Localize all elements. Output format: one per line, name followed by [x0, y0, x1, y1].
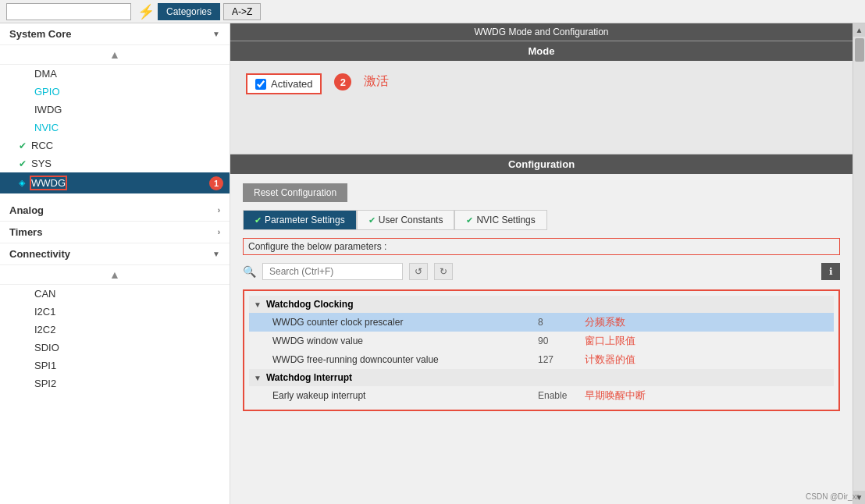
activated-label: Activated	[271, 78, 312, 90]
rcc-check-icon: ✔	[19, 140, 27, 151]
system-core-section[interactable]: System Core ▼	[0, 23, 230, 45]
sidebar-item-spi1[interactable]: SPI1	[0, 357, 230, 374]
watermark: CSDN @Dir_xr	[806, 492, 859, 501]
reset-config-button[interactable]: Reset Configuration	[243, 183, 347, 202]
wwdg-box: WWDG	[30, 176, 67, 190]
system-core-arrow: ▼	[212, 30, 220, 38]
sidebar-item-dma[interactable]: DMA	[0, 65, 230, 83]
param-row-prescaler[interactable]: WWDG counter clock prescaler 8 分频系数	[249, 313, 834, 332]
param-early-wakeup-chinese: 早期唤醒中断	[585, 389, 646, 403]
param-early-wakeup-name: Early wakeup interrupt	[272, 390, 538, 401]
nav-next-button[interactable]: ↻	[434, 263, 453, 280]
sidebar-item-sdio[interactable]: SDIO	[0, 339, 230, 357]
activate-chinese-label: 激活	[364, 73, 389, 90]
config-section: Reset Configuration ✔ Parameter Settings…	[230, 174, 853, 504]
param-settings-label: Parameter Settings	[265, 215, 345, 225]
user-constants-check-icon: ✔	[368, 215, 376, 225]
sidebar-item-spi2[interactable]: SPI2	[0, 374, 230, 392]
info-button[interactable]: ℹ	[821, 263, 840, 280]
sys-check-icon: ✔	[19, 158, 27, 169]
sidebar-item-i2c1[interactable]: I2C1	[0, 303, 230, 321]
tab-categories[interactable]: Categories	[158, 3, 220, 20]
sidebar-item-sys[interactable]: ✔ SYS	[0, 154, 230, 172]
mode-title: Mode	[230, 41, 853, 61]
search-icon: 🔍	[243, 265, 256, 278]
connectivity-arrow: ▼	[212, 250, 220, 258]
param-prescaler-name: WWDG counter clock prescaler	[272, 317, 538, 328]
group-watchdog-clocking-label: Watchdog Clocking	[266, 299, 354, 310]
sidebar-item-rcc[interactable]: ✔ RCC	[0, 137, 230, 154]
sidebar-item-gpio[interactable]: GPIO	[0, 83, 230, 101]
timers-arrow: ›	[218, 228, 220, 236]
param-downcounter-value: 127	[538, 354, 577, 365]
param-row-downcounter[interactable]: WWDG free-running downcounter value 127 …	[249, 350, 834, 369]
tab-az[interactable]: A->Z	[223, 3, 261, 20]
sidebar-item-can[interactable]: CAN	[0, 285, 230, 303]
analog-section[interactable]: Analog ›	[0, 200, 230, 222]
param-prescaler-value: 8	[538, 317, 577, 328]
sidebar-item-nvic[interactable]: NVIC	[0, 119, 230, 137]
badge-2: 2	[334, 73, 351, 91]
nav-prev-button[interactable]: ↺	[409, 263, 428, 280]
user-constants-label: User Constants	[379, 215, 443, 225]
params-search-input[interactable]	[262, 263, 403, 280]
group-arrow: ▼	[254, 300, 262, 309]
mode-section: Activated 2 激活	[230, 61, 853, 154]
tab-parameter-settings[interactable]: ✔ Parameter Settings	[243, 210, 357, 230]
top-search-input[interactable]	[6, 3, 131, 20]
param-row-early-wakeup[interactable]: Early wakeup interrupt Enable 早期唤醒中断	[249, 386, 834, 405]
param-window-value: 90	[538, 335, 577, 346]
params-table: ▼ Watchdog Clocking WWDG counter clock p…	[243, 289, 840, 411]
search-row: 🔍 ↺ ↻ ℹ	[243, 260, 840, 283]
group-watchdog-interrupt-label: Watchdog Interrupt	[266, 372, 352, 383]
analog-arrow: ›	[218, 206, 220, 215]
timers-label: Timers	[9, 226, 42, 238]
connectivity-section[interactable]: Connectivity ▼	[0, 243, 230, 265]
param-row-window[interactable]: WWDG window value 90 窗口上限值	[249, 332, 834, 350]
system-core-label: System Core	[9, 28, 71, 40]
param-window-name: WWDG window value	[272, 335, 538, 346]
tab-nvic-settings[interactable]: ✔ NVIC Settings	[454, 210, 546, 230]
param-downcounter-name: WWDG free-running downcounter value	[272, 354, 538, 365]
nvic-settings-label: NVIC Settings	[476, 215, 535, 225]
interrupt-group-arrow: ▼	[254, 374, 262, 382]
activated-box: Activated	[246, 73, 322, 94]
sidebar: System Core ▼ ▲ DMA GPIO IWDG NVIC	[0, 23, 230, 504]
scroll-up-arrow[interactable]: ▲	[853, 23, 865, 37]
tab-user-constants[interactable]: ✔ User Constants	[357, 210, 455, 230]
connectivity-scroll-up: ▲	[0, 265, 230, 285]
config-tabs-row: ✔ Parameter Settings ✔ User Constants ✔ …	[243, 210, 840, 230]
content-header: WWDG Mode and Configuration	[230, 23, 853, 41]
param-prescaler-chinese: 分频系数	[585, 315, 625, 329]
sidebar-item-i2c2[interactable]: I2C2	[0, 321, 230, 339]
config-title: Configuration	[230, 154, 853, 174]
param-early-wakeup-value: Enable	[538, 390, 577, 401]
param-window-chinese: 窗口上限值	[585, 334, 635, 348]
wwdg-icon: ◈	[19, 178, 25, 188]
activated-checkbox[interactable]	[255, 79, 266, 90]
scroll-thumb[interactable]	[855, 38, 864, 62]
param-downcounter-chinese: 计数器的值	[585, 353, 635, 367]
right-scrollbar[interactable]: ▲ ▼	[853, 23, 865, 504]
group-watchdog-clocking: ▼ Watchdog Clocking	[249, 296, 834, 313]
timers-section[interactable]: Timers ›	[0, 222, 230, 243]
param-settings-check-icon: ✔	[255, 215, 262, 225]
logo-icon: ⚡	[137, 3, 155, 20]
params-description: Configure the below parameters :	[243, 238, 840, 255]
connectivity-label: Connectivity	[9, 248, 70, 260]
nvic-settings-check-icon: ✔	[466, 215, 473, 225]
sidebar-item-wwdg[interactable]: ◈ WWDG 1	[0, 172, 230, 193]
group-watchdog-interrupt: ▼ Watchdog Interrupt	[249, 369, 834, 386]
sidebar-item-iwdg[interactable]: IWDG	[0, 101, 230, 119]
analog-label: Analog	[9, 204, 44, 216]
top-bar: ⚡ Categories A->Z	[0, 0, 865, 23]
system-core-scroll-up: ▲	[0, 45, 230, 65]
badge-1: 1	[209, 176, 223, 190]
